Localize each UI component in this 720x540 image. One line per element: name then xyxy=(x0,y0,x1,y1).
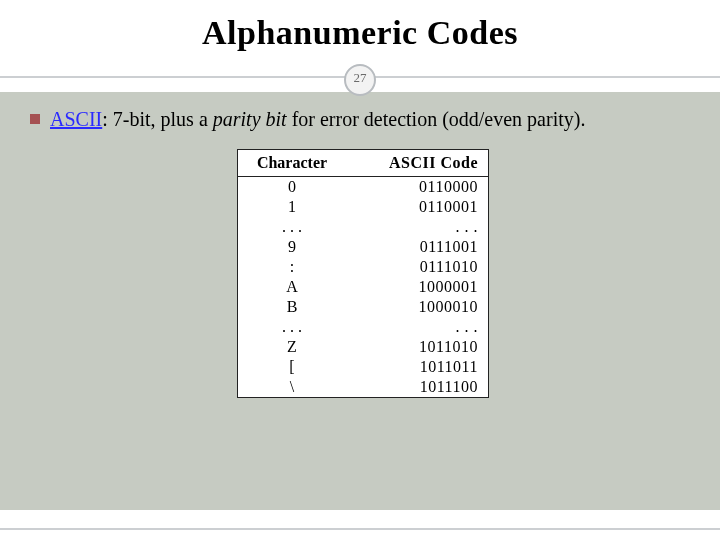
cell-code: 1000001 xyxy=(378,278,478,296)
cell-char: 1 xyxy=(252,198,332,216)
table-header-character: Character xyxy=(252,154,332,172)
bullet-item: ASCII: 7-bit, plus a parity bit for erro… xyxy=(30,106,696,133)
table-row: 9 0111001 xyxy=(238,237,488,257)
table-row: . . . . . . xyxy=(238,217,488,237)
bullet-text-part1: : 7-bit, plus a xyxy=(102,108,213,130)
table-row: Z 1011010 xyxy=(238,337,488,357)
cell-code: . . . xyxy=(378,318,478,336)
bullet-italic: parity bit xyxy=(213,108,287,130)
cell-code: 1011011 xyxy=(378,358,478,376)
bullet-text: ASCII: 7-bit, plus a parity bit for erro… xyxy=(50,106,585,133)
cell-code: 0110000 xyxy=(378,178,478,196)
ascii-table: Character ASCII Code 0 0110000 1 0110001… xyxy=(237,149,489,398)
cell-code: 0111001 xyxy=(378,238,478,256)
title-rule-area: 27 xyxy=(0,62,720,92)
cell-char: 0 xyxy=(252,178,332,196)
bullet-marker xyxy=(30,114,40,124)
table-row: [ 1011011 xyxy=(238,357,488,377)
cell-code: 1011010 xyxy=(378,338,478,356)
slide-title: Alphanumeric Codes xyxy=(0,0,720,62)
bullet-text-part2: for error detection (odd/even parity). xyxy=(287,108,586,130)
table-row: 0 0110000 xyxy=(238,177,488,197)
cell-char: \ xyxy=(252,378,332,396)
ascii-link[interactable]: ASCII xyxy=(50,108,102,130)
cell-char: : xyxy=(252,258,332,276)
slide: Alphanumeric Codes 27 ASCII: 7-bit, plus… xyxy=(0,0,720,540)
cell-char: B xyxy=(252,298,332,316)
cell-char: Z xyxy=(252,338,332,356)
page-number-badge: 27 xyxy=(344,64,376,96)
cell-code: 1011100 xyxy=(378,378,478,396)
cell-char: A xyxy=(252,278,332,296)
cell-code: . . . xyxy=(378,218,478,236)
table-row: . . . . . . xyxy=(238,317,488,337)
cell-char: . . . xyxy=(252,318,332,336)
cell-code: 0111010 xyxy=(378,258,478,276)
footer-divider xyxy=(0,528,720,530)
table-row: A 1000001 xyxy=(238,277,488,297)
cell-code: 0110001 xyxy=(378,198,478,216)
cell-char: [ xyxy=(252,358,332,376)
cell-char: . . . xyxy=(252,218,332,236)
table-row: : 0111010 xyxy=(238,257,488,277)
table-header-code: ASCII Code xyxy=(378,154,478,172)
table-row: 1 0110001 xyxy=(238,197,488,217)
cell-char: 9 xyxy=(252,238,332,256)
cell-code: 1000010 xyxy=(378,298,478,316)
table-row: \ 1011100 xyxy=(238,377,488,397)
slide-body: ASCII: 7-bit, plus a parity bit for erro… xyxy=(0,92,720,510)
table-row: B 1000010 xyxy=(238,297,488,317)
table-header-row: Character ASCII Code xyxy=(238,150,488,177)
